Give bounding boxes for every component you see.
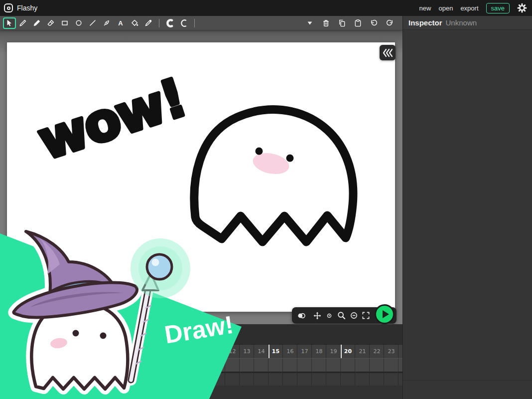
paste-button[interactable]	[351, 17, 365, 29]
onion-next-icon	[179, 18, 189, 28]
viewport-controls-bar	[292, 307, 397, 324]
copy-icon	[338, 19, 346, 27]
pen-nib-icon	[103, 19, 111, 27]
dropdown-arrow-icon	[306, 19, 313, 26]
inspector-title: Inspector	[408, 18, 442, 27]
open-button[interactable]: open	[438, 4, 453, 12]
tool-fill-button[interactable]	[128, 17, 141, 29]
paint-bucket-icon	[131, 19, 138, 27]
select-cursor-icon	[5, 19, 13, 27]
toolbar-actions	[303, 17, 397, 29]
timeline-frame-15[interactable]: 15	[268, 345, 282, 358]
fit-screen-button[interactable]	[362, 311, 370, 320]
toolbar-separator	[159, 19, 159, 27]
tool-ellipse-button[interactable]	[72, 17, 86, 29]
onion-skin-button[interactable]	[297, 311, 306, 320]
text-tool-icon: A	[117, 19, 125, 27]
trash-icon	[322, 19, 330, 27]
pencil-icon	[19, 19, 27, 27]
pan-button[interactable]	[313, 311, 322, 320]
undo-button[interactable]	[367, 17, 381, 29]
export-button[interactable]: export	[460, 4, 478, 12]
redo-icon	[386, 19, 394, 27]
line-icon	[89, 19, 97, 27]
rectangle-icon	[61, 19, 69, 27]
tool-brush-button[interactable]	[30, 17, 44, 29]
eraser-icon	[47, 19, 55, 27]
inspector-selection: Unknown	[446, 18, 477, 27]
gear-icon	[517, 3, 527, 13]
brush-icon	[33, 19, 41, 27]
tool-rectangle-button[interactable]	[58, 17, 72, 29]
zoom-actual-button[interactable]	[325, 312, 333, 320]
timeline-frame-23[interactable]: 23	[384, 345, 399, 358]
zoom-tool-button[interactable]	[337, 311, 346, 320]
timeline-frame-21[interactable]: 21	[355, 345, 370, 358]
undo-icon	[370, 19, 378, 27]
settings-button[interactable]	[517, 3, 527, 13]
play-icon	[383, 310, 389, 318]
timeline-frame-18[interactable]: 18	[312, 345, 326, 358]
wizard-eye-right	[100, 333, 107, 339]
wow-doodle-text: wow!	[31, 67, 192, 172]
pan-icon	[313, 311, 322, 320]
tool-line-button[interactable]	[86, 17, 100, 29]
play-button[interactable]	[375, 304, 395, 324]
onion-prev-icon	[165, 18, 175, 28]
titlebar: Flashy new open export save	[0, 0, 532, 16]
timeline-frame-20[interactable]: 20	[341, 345, 354, 358]
zoom-out-button[interactable]	[350, 311, 358, 320]
eyedropper-icon	[144, 19, 152, 27]
redo-button[interactable]	[383, 17, 397, 29]
collapse-chevrons-icon	[382, 48, 394, 58]
zoom-out-icon	[350, 311, 358, 320]
onion-skin-icon	[297, 311, 306, 320]
onion-next-toggle[interactable]	[177, 17, 191, 29]
ellipse-icon	[75, 19, 83, 27]
magnifier-icon	[337, 311, 346, 320]
copy-button[interactable]	[335, 17, 349, 29]
inspector-divider	[403, 380, 532, 381]
wizard-eye-left	[73, 330, 79, 337]
save-button[interactable]: save	[486, 3, 510, 13]
ghost-eye-left	[256, 148, 263, 155]
flashy-app: Flashy new open export save	[0, 0, 532, 399]
onion-prev-toggle[interactable]	[163, 17, 177, 29]
new-button[interactable]: new	[419, 4, 431, 12]
timeline-frame-22[interactable]: 22	[370, 345, 384, 358]
tool-pencil-button[interactable]	[16, 17, 30, 29]
tool-pen-button[interactable]	[100, 17, 114, 29]
svg-text:A: A	[118, 19, 123, 27]
staff-orb	[131, 238, 190, 298]
tool-text-button[interactable]: A	[114, 17, 128, 29]
app-logo-icon	[4, 3, 13, 12]
tool-eraser-button[interactable]	[44, 17, 58, 29]
tool-eyedropper-button[interactable]	[141, 17, 155, 29]
layer-dropdown-button[interactable]	[303, 17, 317, 29]
zoom-actual-icon	[325, 312, 333, 320]
titlebar-menu: new open export save	[419, 3, 527, 13]
fit-screen-icon	[362, 311, 370, 320]
toolbar-separator	[194, 19, 195, 27]
timeline-frame-17[interactable]: 17	[297, 345, 312, 358]
inspector-header: Inspector Unknown	[403, 16, 532, 30]
timeline-frame-14[interactable]: 14	[254, 345, 268, 358]
wizard-sticker-overlay: Draw!	[0, 214, 249, 399]
ghost-eye-right	[286, 155, 294, 162]
collapse-panel-button[interactable]	[380, 45, 396, 60]
paste-icon	[354, 19, 362, 27]
timeline-frame-16[interactable]: 16	[283, 345, 297, 358]
inspector-panel: Inspector Unknown	[402, 16, 532, 399]
toolbar: A	[0, 16, 402, 30]
delete-button[interactable]	[319, 17, 333, 29]
app-title: Flashy	[17, 4, 37, 12]
timeline-frame-19[interactable]: 19	[326, 345, 341, 358]
tool-select-button[interactable]	[3, 17, 16, 29]
